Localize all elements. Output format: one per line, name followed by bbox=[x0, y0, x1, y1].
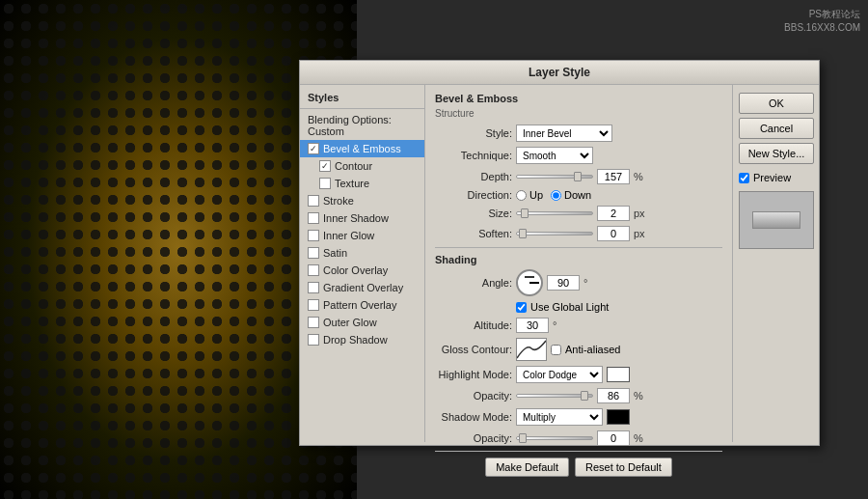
preview-inner bbox=[752, 211, 800, 229]
global-light-label: Use Global Light bbox=[530, 301, 609, 313]
sidebar-item-blending[interactable]: Blending Options: Custom bbox=[300, 111, 424, 140]
technique-row: Technique: Smooth bbox=[435, 147, 722, 164]
sidebar-item-color-overlay[interactable]: Color Overlay bbox=[300, 262, 424, 279]
cancel-button[interactable]: Cancel bbox=[739, 118, 814, 139]
angle-unit: ° bbox=[583, 277, 587, 289]
angle-input[interactable] bbox=[547, 275, 580, 291]
highlight-opacity-input[interactable] bbox=[597, 388, 630, 403]
shadow-opacity-input[interactable] bbox=[597, 430, 630, 446]
sidebar-item-gradient-overlay[interactable]: Gradient Overlay bbox=[300, 279, 424, 296]
size-input[interactable] bbox=[597, 206, 630, 221]
soften-unit: px bbox=[634, 228, 645, 239]
highlight-mode-row: Highlight Mode: Color Dodge bbox=[435, 366, 722, 383]
highlight-color-swatch[interactable] bbox=[607, 367, 630, 382]
sidebar-item-texture[interactable]: Texture bbox=[300, 175, 424, 192]
technique-label: Technique: bbox=[435, 150, 512, 161]
direction-down-item: Down bbox=[551, 189, 591, 201]
size-row: Size: px bbox=[435, 206, 722, 221]
left-panel: Styles Blending Options: Custom Bevel & … bbox=[300, 85, 425, 442]
sidebar-item-inner-shadow[interactable]: Inner Shadow bbox=[300, 209, 424, 227]
direction-row: Direction: Up Down bbox=[435, 189, 722, 201]
direction-up-radio[interactable] bbox=[516, 190, 527, 201]
gradient-overlay-label: Gradient Overlay bbox=[323, 282, 403, 293]
highlight-mode-select[interactable]: Color Dodge bbox=[516, 366, 603, 383]
new-style-button[interactable]: New Style... bbox=[739, 143, 814, 164]
style-select[interactable]: Inner Bevel bbox=[516, 125, 612, 142]
sidebar-item-bevel[interactable]: Bevel & Emboss bbox=[300, 140, 424, 157]
bevel-checkbox[interactable] bbox=[308, 143, 319, 154]
reset-to-default-button[interactable]: Reset to Default bbox=[575, 457, 672, 477]
size-slider[interactable] bbox=[516, 211, 593, 215]
shadow-mode-label: Shadow Mode: bbox=[435, 411, 512, 423]
drop-shadow-checkbox[interactable] bbox=[308, 334, 319, 346]
highlight-opacity-unit: % bbox=[634, 390, 643, 402]
sidebar-item-drop-shadow[interactable]: Drop Shadow bbox=[300, 331, 424, 348]
depth-input[interactable] bbox=[597, 169, 630, 184]
shading-section-title: Shading bbox=[435, 254, 722, 265]
content-area: Bevel & Emboss Structure Style: Inner Be… bbox=[425, 85, 732, 442]
angle-dial[interactable] bbox=[516, 269, 543, 296]
inner-shadow-label: Inner Shadow bbox=[323, 212, 389, 224]
texture-label: Texture bbox=[335, 178, 369, 189]
depth-label: Depth: bbox=[435, 171, 512, 182]
direction-radio-group: Up Down bbox=[516, 189, 591, 201]
pattern-overlay-checkbox[interactable] bbox=[308, 299, 319, 311]
sidebar-item-inner-glow[interactable]: Inner Glow bbox=[300, 227, 424, 244]
outer-glow-label: Outer Glow bbox=[323, 317, 377, 328]
direction-down-radio[interactable] bbox=[551, 190, 561, 201]
inner-glow-checkbox[interactable] bbox=[308, 230, 319, 241]
make-default-button[interactable]: Make Default bbox=[485, 457, 569, 477]
shadow-opacity-unit: % bbox=[634, 432, 643, 444]
style-row: Style: Inner Bevel bbox=[435, 125, 722, 142]
depth-slider[interactable] bbox=[516, 175, 593, 179]
stroke-label: Stroke bbox=[323, 195, 354, 207]
style-label: Style: bbox=[435, 127, 512, 139]
preview-checkbox[interactable] bbox=[739, 173, 749, 183]
contour-label: Contour bbox=[335, 160, 372, 172]
shadow-opacity-slider[interactable] bbox=[516, 436, 593, 440]
dialog-title: Layer Style bbox=[300, 61, 819, 85]
altitude-input[interactable] bbox=[516, 318, 549, 333]
highlight-opacity-slider[interactable] bbox=[516, 394, 593, 398]
altitude-label: Altitude: bbox=[435, 319, 512, 331]
sidebar-item-satin[interactable]: Satin bbox=[300, 244, 424, 262]
outer-glow-checkbox[interactable] bbox=[308, 317, 319, 328]
watermark: PS教程论坛 BBS.16XX8.COM bbox=[784, 8, 860, 35]
global-light-checkbox[interactable] bbox=[516, 302, 527, 313]
bevel-label: Bevel & Emboss bbox=[323, 143, 401, 154]
shadow-color-swatch[interactable] bbox=[607, 409, 630, 425]
ok-button[interactable]: OK bbox=[739, 93, 814, 114]
sidebar-item-pattern-overlay[interactable]: Pattern Overlay bbox=[300, 296, 424, 314]
shadow-mode-select[interactable]: Multiply bbox=[516, 408, 603, 426]
inner-shadow-checkbox[interactable] bbox=[308, 212, 319, 224]
size-unit: px bbox=[634, 208, 645, 219]
direction-up-label: Up bbox=[529, 189, 543, 201]
depth-unit: % bbox=[634, 171, 643, 182]
shadow-opacity-label: Opacity: bbox=[435, 432, 512, 444]
technique-select[interactable]: Smooth bbox=[516, 147, 593, 164]
global-light-row: Use Global Light bbox=[435, 301, 722, 313]
gloss-contour-label: Gloss Contour: bbox=[435, 344, 512, 355]
stroke-checkbox[interactable] bbox=[308, 195, 319, 207]
shadow-mode-row: Shadow Mode: Multiply bbox=[435, 408, 722, 426]
gradient-overlay-checkbox[interactable] bbox=[308, 282, 319, 293]
anti-aliased-checkbox[interactable] bbox=[551, 345, 561, 355]
preview-label-row: Preview bbox=[739, 172, 813, 183]
panel-title: Styles bbox=[300, 89, 424, 106]
soften-input[interactable] bbox=[597, 226, 630, 241]
pattern-overlay-label: Pattern Overlay bbox=[323, 299, 396, 311]
color-overlay-checkbox[interactable] bbox=[308, 264, 319, 276]
direction-down-label: Down bbox=[564, 189, 591, 201]
sidebar-item-contour[interactable]: Contour bbox=[300, 157, 424, 175]
angle-label: Angle: bbox=[435, 277, 512, 289]
gloss-contour-swatch[interactable] bbox=[516, 338, 547, 361]
color-overlay-label: Color Overlay bbox=[323, 264, 388, 276]
satin-checkbox[interactable] bbox=[308, 247, 319, 259]
satin-label: Satin bbox=[323, 247, 347, 259]
texture-checkbox[interactable] bbox=[319, 178, 331, 189]
soften-slider[interactable] bbox=[516, 232, 593, 236]
contour-checkbox[interactable] bbox=[319, 160, 331, 172]
altitude-unit: ° bbox=[553, 319, 556, 331]
sidebar-item-stroke[interactable]: Stroke bbox=[300, 192, 424, 209]
sidebar-item-outer-glow[interactable]: Outer Glow bbox=[300, 314, 424, 331]
